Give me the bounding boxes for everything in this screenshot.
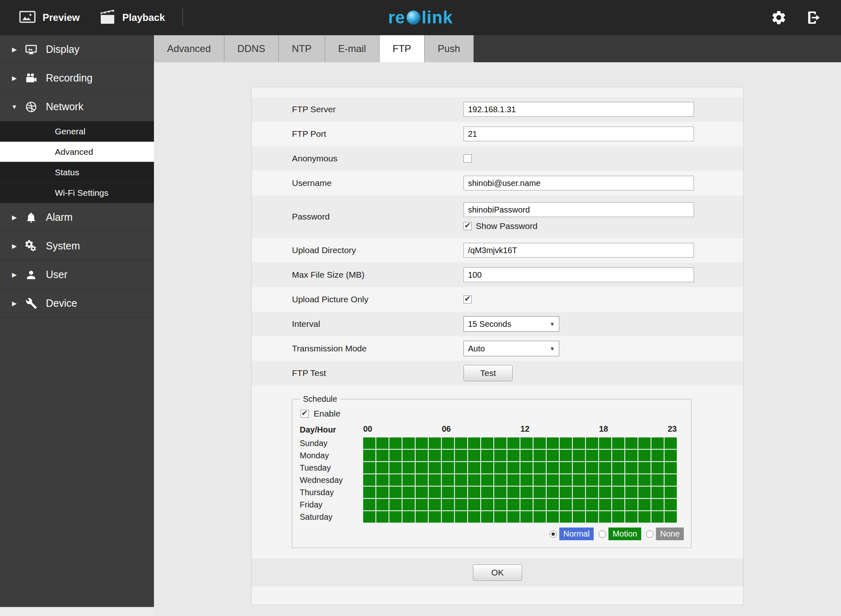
schedule-cell[interactable]	[665, 450, 677, 461]
schedule-cell[interactable]	[429, 511, 441, 523]
schedule-cell[interactable]	[507, 487, 520, 498]
schedule-cell[interactable]	[507, 474, 520, 486]
schedule-cell[interactable]	[547, 487, 559, 498]
playback-button[interactable]: Playback	[99, 9, 165, 26]
schedule-cell[interactable]	[586, 474, 598, 486]
schedule-cell[interactable]	[494, 462, 506, 473]
schedule-cell[interactable]	[560, 474, 572, 486]
schedule-cell[interactable]	[638, 511, 651, 523]
schedule-cell[interactable]	[560, 487, 572, 498]
sidebar-item-network[interactable]: ▼Network	[0, 93, 154, 121]
sidebar-item-alarm[interactable]: ▶Alarm	[0, 203, 154, 232]
mode-radio-normal[interactable]	[549, 530, 557, 538]
schedule-cell[interactable]	[638, 499, 651, 510]
schedule-cell[interactable]	[468, 487, 480, 498]
schedule-cell[interactable]	[573, 437, 585, 449]
schedule-cell[interactable]	[573, 487, 585, 498]
schedule-cell[interactable]	[638, 450, 651, 461]
schedule-cell[interactable]	[625, 499, 638, 510]
schedule-cell[interactable]	[507, 450, 520, 461]
schedule-cell[interactable]	[442, 499, 454, 510]
schedule-cell[interactable]	[363, 487, 375, 498]
schedule-cell[interactable]	[520, 487, 533, 498]
schedule-cell[interactable]	[625, 474, 638, 486]
schedule-cell[interactable]	[612, 462, 624, 473]
schedule-cell[interactable]	[416, 437, 428, 449]
transmission-mode-select[interactable]: Auto▼	[463, 341, 559, 356]
schedule-cell[interactable]	[599, 499, 611, 510]
schedule-cell[interactable]	[376, 474, 389, 486]
schedule-cell[interactable]	[651, 474, 664, 486]
schedule-cell[interactable]	[494, 511, 506, 523]
schedule-cell[interactable]	[638, 474, 651, 486]
schedule-cell[interactable]	[468, 511, 480, 523]
schedule-cell[interactable]	[429, 499, 441, 510]
schedule-cell[interactable]	[442, 487, 454, 498]
schedule-cell[interactable]	[586, 511, 598, 523]
schedule-cell[interactable]	[520, 499, 533, 510]
schedule-cell[interactable]	[429, 437, 441, 449]
schedule-cell[interactable]	[389, 474, 402, 486]
tab-push[interactable]: Push	[425, 35, 474, 62]
preview-button[interactable]: Preview	[19, 9, 80, 26]
mode-option-none[interactable]: None	[646, 528, 684, 540]
schedule-cell[interactable]	[612, 487, 624, 498]
schedule-cell[interactable]	[416, 450, 428, 461]
schedule-cell[interactable]	[547, 437, 559, 449]
schedule-cell[interactable]	[442, 511, 454, 523]
schedule-cell[interactable]	[402, 499, 415, 510]
schedule-cell[interactable]	[376, 499, 389, 510]
schedule-cell[interactable]	[534, 437, 546, 449]
sidebar-item-user[interactable]: ▶User	[0, 260, 154, 289]
sidebar-subitem-wi-fi-settings[interactable]: Wi-Fi Settings	[0, 183, 154, 203]
schedule-cell[interactable]	[429, 462, 441, 473]
schedule-cell[interactable]	[547, 462, 559, 473]
schedule-cell[interactable]	[455, 462, 467, 473]
tab-ftp[interactable]: FTP	[380, 35, 425, 62]
schedule-cell[interactable]	[586, 499, 598, 510]
schedule-cell[interactable]	[416, 462, 428, 473]
ftp-port-input[interactable]	[463, 127, 694, 141]
tab-ddns[interactable]: DDNS	[224, 35, 279, 62]
schedule-cell[interactable]	[573, 450, 585, 461]
schedule-cell[interactable]	[534, 450, 546, 461]
logout-icon[interactable]	[806, 9, 822, 26]
ok-button[interactable]: OK	[473, 564, 522, 581]
schedule-cell[interactable]	[481, 462, 493, 473]
schedule-cell[interactable]	[534, 487, 546, 498]
schedule-cell[interactable]	[363, 437, 375, 449]
schedule-cell[interactable]	[560, 511, 572, 523]
schedule-cell[interactable]	[363, 450, 375, 461]
schedule-cell[interactable]	[402, 487, 415, 498]
schedule-cell[interactable]	[560, 499, 572, 510]
username-input[interactable]	[463, 176, 694, 190]
schedule-cell[interactable]	[455, 437, 467, 449]
schedule-cell[interactable]	[389, 437, 402, 449]
schedule-cell[interactable]	[402, 450, 415, 461]
schedule-cell[interactable]	[376, 437, 389, 449]
schedule-cell[interactable]	[599, 511, 611, 523]
schedule-cell[interactable]	[455, 511, 467, 523]
upload-picture-only-checkbox[interactable]	[463, 295, 472, 303]
sidebar-item-system[interactable]: ▶System	[0, 232, 154, 260]
schedule-cell[interactable]	[389, 450, 402, 461]
schedule-cell[interactable]	[481, 487, 493, 498]
sidebar-subitem-general[interactable]: General	[0, 121, 154, 142]
schedule-cell[interactable]	[468, 462, 480, 473]
tab-advanced[interactable]: Advanced	[154, 35, 224, 62]
schedule-cell[interactable]	[534, 511, 546, 523]
schedule-cell[interactable]	[416, 487, 428, 498]
schedule-cell[interactable]	[665, 487, 677, 498]
sidebar-subitem-status[interactable]: Status	[0, 162, 154, 183]
anonymous-checkbox[interactable]	[463, 154, 472, 163]
schedule-cell[interactable]	[612, 437, 624, 449]
schedule-cell[interactable]	[534, 474, 546, 486]
schedule-cell[interactable]	[651, 437, 664, 449]
schedule-cell[interactable]	[625, 487, 638, 498]
schedule-cell[interactable]	[363, 499, 375, 510]
schedule-cell[interactable]	[507, 437, 520, 449]
schedule-cell[interactable]	[376, 462, 389, 473]
schedule-cell[interactable]	[376, 450, 389, 461]
show-password-checkbox[interactable]	[463, 222, 472, 230]
schedule-cell[interactable]	[573, 511, 585, 523]
